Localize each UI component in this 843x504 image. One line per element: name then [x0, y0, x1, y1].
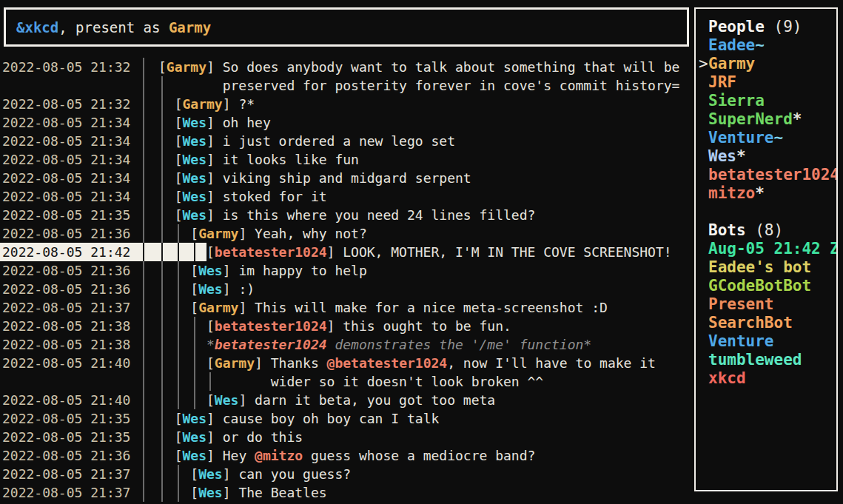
nick[interactable]: Wes [183, 189, 207, 204]
user-nick: SuperNerd [708, 110, 793, 129]
column-separator-line [131, 280, 158, 298]
nick[interactable]: Wes [198, 485, 223, 500]
nick[interactable]: Wes [183, 429, 207, 445]
nick[interactable]: Garmy [183, 96, 223, 112]
message-text: wider so it doesn't look broken ^^ [271, 372, 543, 391]
user-mode-suffix: * [793, 110, 802, 129]
channel-name: &xkcd [16, 19, 58, 36]
timestamp: 2022-08-05 21:34 [0, 113, 131, 132]
chat-line: 2022-08-05 21:34[Wes] oh hey [0, 113, 693, 132]
header-middle-text: , present as [58, 19, 169, 36]
message-text: [betatester1024] this ought to be fun. [206, 317, 511, 335]
nick[interactable]: Garmy [198, 226, 238, 241]
timestamp: 2022-08-05 21:38 [0, 335, 131, 354]
nick[interactable]: Garmy [167, 59, 206, 75]
message-text: [Wes] darn it beta, you got too meta [206, 391, 495, 409]
text-segment: ] Thanks [255, 355, 327, 371]
people-item-sierra[interactable]: Sierra [699, 92, 836, 110]
people-item-betatester1024[interactable]: betatester1024 [699, 166, 836, 184]
marker-space [699, 314, 708, 332]
message-text: [Wes] i just ordered a new lego set [175, 132, 455, 150]
nick[interactable]: Wes [183, 411, 207, 426]
timestamp: 2022-08-05 21:36 [0, 261, 131, 280]
chat-line: 2022-08-05 21:36[Wes] Hey @mitzo guess w… [0, 446, 693, 465]
chat-line: 2022-08-05 21:34[Wes] viking ship and mi… [0, 169, 693, 187]
timestamp: 2022-08-05 21:37 [0, 483, 131, 502]
column-separator-line [131, 409, 158, 428]
nick[interactable]: Wes [183, 115, 207, 130]
chat-line: 2022-08-05 21:40[Garmy] Thanks @betatest… [0, 354, 693, 372]
people-item-garmy[interactable]: >Garmy [699, 55, 836, 73]
text-segment: [ [206, 318, 215, 334]
thread-indent-guide [175, 372, 191, 391]
message-text: *betatester1024 demonstrates the '/me' f… [206, 335, 591, 354]
bot-item-tumbleweed[interactable]: tumbleweed [699, 351, 836, 369]
line-lead: 2022-08-05 21:36 [0, 280, 190, 298]
nick[interactable]: Wes [198, 466, 223, 482]
bot-item-xkcd[interactable]: xkcd [699, 369, 836, 388]
user-mode-suffix: * [755, 184, 765, 203]
line-lead: 2022-08-05 21:37 [0, 298, 190, 317]
nick[interactable]: Garmy [198, 300, 238, 315]
marker-space [699, 92, 708, 110]
nick[interactable]: Garmy [215, 355, 255, 371]
people-item-supernerd[interactable]: SuperNerd* [699, 110, 836, 129]
thread-indent-guide [175, 243, 191, 261]
chat-line: 2022-08-05 21:35[Wes] or do this [0, 428, 693, 446]
people-item-wes[interactable]: Wes* [699, 147, 836, 166]
text-segment: [ [190, 466, 198, 482]
column-separator-line [131, 483, 158, 502]
bot-item-aug-05-21-42-z[interactable]: Aug-05 21:42 Z [699, 240, 836, 258]
chat-line: 2022-08-05 21:36[Wes] im happy to help [0, 261, 693, 280]
message-text: [Garmy] Thanks @betatester1024, now I'll… [206, 354, 656, 372]
nick[interactable]: Wes [183, 448, 207, 463]
marker-space [699, 73, 708, 92]
text-segment: [ [190, 281, 198, 297]
line-lead: 2022-08-05 21:36 [0, 261, 190, 280]
thread-indent-guide [175, 280, 191, 298]
people-item-eadee[interactable]: Eadee~ [699, 36, 836, 55]
thread-indent-guide [190, 335, 206, 354]
chat-line: wider so it doesn't look broken ^^ [0, 372, 693, 391]
nick[interactable]: betatester1024 [215, 337, 327, 352]
column-separator-line [131, 317, 158, 335]
nick[interactable]: betatester1024 [215, 318, 327, 334]
bot-item-present[interactable]: Present [699, 295, 836, 314]
nick[interactable]: Wes [183, 133, 207, 149]
nick[interactable]: Wes [183, 207, 207, 223]
timestamp: 2022-08-05 21:36 [0, 446, 131, 465]
bot-item-searchbot[interactable]: SearchBot [699, 314, 836, 332]
user-nick: betatester1024 [708, 166, 838, 184]
nick[interactable]: Wes [183, 152, 207, 167]
thread-indent-guide [175, 224, 191, 243]
chat-log: 2022-08-05 21:32[Garmy] So does anybody … [0, 58, 693, 502]
text-segment: ] this ought to be fun. [327, 318, 511, 334]
nick[interactable]: Wes [198, 281, 223, 297]
thread-indent-guide [158, 113, 175, 132]
thread-indent-guide [158, 372, 175, 391]
timestamp: 2022-08-05 21:35 [0, 206, 131, 224]
text-segment: [ [175, 152, 183, 167]
nick[interactable]: Wes [215, 392, 239, 408]
text-segment: [ [175, 96, 183, 112]
bot-item-venture[interactable]: Venture [699, 332, 836, 351]
thread-indent-guide [175, 354, 191, 372]
text-segment: [ [190, 485, 198, 500]
line-lead: 2022-08-05 21:32 [0, 95, 175, 113]
timestamp: 2022-08-05 21:34 [0, 150, 131, 169]
thread-indent-guide [158, 187, 175, 206]
people-item-jrf[interactable]: JRF [699, 73, 836, 92]
people-item-mitzo[interactable]: mitzo* [699, 184, 836, 203]
text-segment: ] or do this [206, 429, 303, 445]
mention[interactable]: @betatester1024 [327, 355, 448, 371]
line-lead: 2022-08-05 21:32 [0, 58, 158, 76]
mention[interactable]: @mitzo [255, 448, 303, 463]
nick[interactable]: Wes [198, 263, 223, 278]
timestamp: 2022-08-05 21:36 [0, 224, 131, 243]
bot-item-gcodebotbot[interactable]: GCodeBotBot [699, 277, 836, 295]
people-item-venture[interactable]: Venture~ [699, 129, 836, 147]
bot-nick: Venture [708, 332, 774, 351]
bot-item-eadee-s-bot[interactable]: Eadee's bot [699, 258, 836, 277]
nick[interactable]: Wes [183, 170, 207, 186]
nick[interactable]: betatester1024 [215, 244, 327, 260]
